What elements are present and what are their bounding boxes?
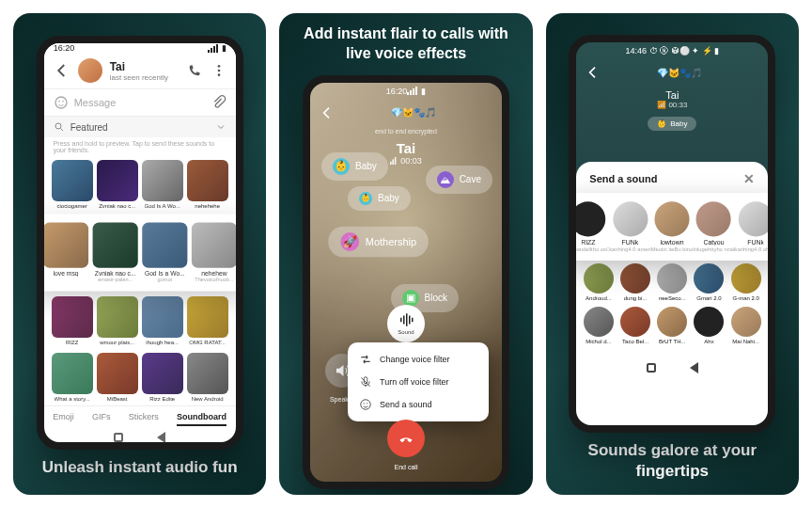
sheet-title: Send a sound	[589, 173, 657, 184]
tab-stickers[interactable]: Stickers	[129, 412, 159, 426]
sound-item[interactable]: G-man 2.0	[727, 263, 764, 301]
more-icon[interactable]	[211, 63, 226, 78]
sound-item[interactable]: ihough hea...	[142, 296, 183, 345]
call-name: Tai	[397, 140, 416, 156]
sound-item[interactable]: Taco Bel...	[617, 307, 654, 344]
sound-row: Androud... dung bi... neeSeco... Gmari 2…	[576, 260, 768, 303]
close-icon[interactable]: ✕	[743, 171, 755, 186]
sound-item[interactable]: Zvniak nao c...	[97, 160, 138, 209]
nav-recent-icon[interactable]	[647, 363, 656, 373]
sound-item[interactable]: MiBeast	[97, 353, 138, 402]
sound-item[interactable]: OMG RATAT...	[187, 296, 228, 345]
back-icon[interactable]	[320, 105, 335, 120]
voice-effect-baby[interactable]: 👶Baby	[348, 186, 411, 211]
sound-item[interactable]: Zvniak nao c...emasir-palan...	[92, 223, 137, 283]
voice-effect-cave[interactable]: ⛰Cave	[426, 166, 492, 194]
battery-icon: ▮	[222, 43, 226, 53]
nav-back-icon[interactable]	[690, 362, 698, 373]
svg-rect-13	[409, 316, 411, 325]
send-sound-sheet: Send a sound ✕ RIZZExpandelltho osChanne…	[576, 162, 768, 425]
voice-effect-mothership[interactable]: 🚀Mothership	[328, 226, 429, 257]
sound-item[interactable]: BrUT TH...	[654, 307, 691, 344]
sound-item[interactable]: Gmari 2.0	[691, 263, 727, 301]
svg-point-4	[58, 101, 60, 103]
sound-grid-row2: RIZZ wmour plais... ihough hea... OMG RA…	[44, 293, 236, 349]
status-bar: 16:20 ▮	[44, 43, 236, 53]
message-placeholder: Message	[74, 97, 206, 108]
phone-frame: 16:20 ▮ 💎🐱🐾🎵 end to end encrypted Tai 00…	[303, 75, 509, 489]
nav-recent-icon[interactable]	[114, 433, 123, 442]
screenshot-panel-1: 16:20 ▮ Tai last seen recently Message	[13, 13, 266, 495]
screenshot-panel-2: Add instant flair to calls with live voi…	[279, 13, 532, 495]
sound-item[interactable]: RIZZ	[52, 296, 93, 345]
tab-soundboard[interactable]: Soundboard	[177, 412, 226, 426]
sound-item[interactable]: Ahx	[691, 307, 727, 344]
menu-send-sound[interactable]: Send a sound	[348, 393, 489, 416]
svg-point-1	[217, 70, 220, 72]
end-call-button[interactable]	[387, 420, 425, 457]
featured-label: Featured	[70, 122, 108, 133]
sound-grid-featured: love msg Zvniak nao c...emasir-palan... …	[37, 214, 243, 292]
svg-point-6	[55, 123, 61, 129]
svg-rect-10	[400, 318, 402, 323]
sound-item[interactable]: lowtownMeotic iteBu binoclt	[651, 201, 694, 251]
sound-item[interactable]: New Android	[187, 353, 228, 402]
chat-name: Tai	[110, 60, 168, 73]
sound-item[interactable]: love msg	[43, 223, 88, 283]
sound-item[interactable]: nehehewThevoicofnoob...	[192, 223, 237, 283]
sound-item[interactable]: dung bi...	[617, 263, 654, 301]
status-icons: ▮	[407, 87, 426, 96]
svg-point-17	[364, 403, 365, 404]
call-name: Tai	[665, 89, 679, 101]
nav-back-icon[interactable]	[157, 432, 165, 443]
sound-item[interactable]: ciociogamer	[52, 160, 93, 209]
sound-item[interactable]: wmour plais...	[97, 296, 138, 345]
svg-rect-14	[412, 318, 414, 323]
avatar[interactable]	[78, 58, 102, 83]
sound-item[interactable]: God Is a Wo...gomot	[142, 223, 187, 283]
back-icon[interactable]	[586, 65, 601, 80]
sound-row-featured: RIZZExpandelltho osChannelT145 FUNkkanhi…	[569, 193, 775, 261]
emoji-icon[interactable]	[54, 95, 69, 110]
active-voice-effect[interactable]: 👶Baby	[648, 117, 696, 131]
status-time: 16:20	[386, 87, 408, 96]
featured-row[interactable]: Featured	[44, 117, 236, 137]
sound-item[interactable]: Androud...	[580, 263, 617, 301]
sound-item[interactable]: God Is A Wo...	[142, 160, 183, 209]
attachment-tabs: Emoji GIFs Stickers Soundboard	[44, 405, 236, 432]
svg-point-18	[367, 403, 367, 404]
smile-icon	[359, 398, 372, 411]
call-icon[interactable]	[187, 63, 202, 78]
status-icons: ⚪ ✦ ⚡ ▮	[679, 46, 720, 56]
sound-item[interactable]: Rizz Edite	[142, 353, 183, 402]
sound-button[interactable]: Sound	[387, 305, 425, 342]
sound-item[interactable]: RIZZExpandelltho osChannelT145	[569, 201, 609, 251]
android-navbar	[576, 357, 768, 378]
menu-turn-off-filter[interactable]: Turn off voice filter	[348, 371, 489, 393]
mic-off-icon	[359, 375, 372, 389]
phone-hangup-icon	[397, 429, 415, 448]
tab-emoji[interactable]: Emoji	[53, 412, 74, 426]
voice-menu: Change voice filter Turn off voice filte…	[348, 342, 489, 421]
signal-icon	[407, 87, 417, 95]
search-icon	[54, 121, 65, 133]
sound-item[interactable]: neeSeco...	[654, 263, 691, 301]
sound-item[interactable]: nehehehe	[187, 160, 228, 209]
sound-item[interactable]: CatyouInlugehttyho ncali	[694, 201, 736, 251]
message-input[interactable]: Message	[44, 89, 236, 117]
tab-gifs[interactable]: GIFs	[92, 412, 111, 426]
svg-rect-12	[406, 313, 408, 326]
svg-point-5	[62, 101, 64, 103]
sound-item[interactable]: Michol d...	[580, 307, 617, 344]
attach-icon[interactable]	[211, 95, 226, 110]
sound-item[interactable]: What a story...	[52, 353, 93, 402]
sound-item[interactable]: FUNkkanhing4.0 ohhodoan	[735, 201, 775, 251]
sound-item[interactable]: FUNkkanhing4.0 american	[609, 201, 651, 251]
sound-item[interactable]: Mai Nahi...	[727, 307, 764, 344]
svg-point-2	[217, 73, 220, 76]
signal-icon	[208, 44, 218, 53]
voice-effect-baby[interactable]: 👶Baby	[321, 152, 388, 181]
back-icon[interactable]	[54, 62, 70, 79]
svg-point-0	[217, 65, 220, 68]
menu-change-filter[interactable]: Change voice filter	[348, 348, 489, 371]
